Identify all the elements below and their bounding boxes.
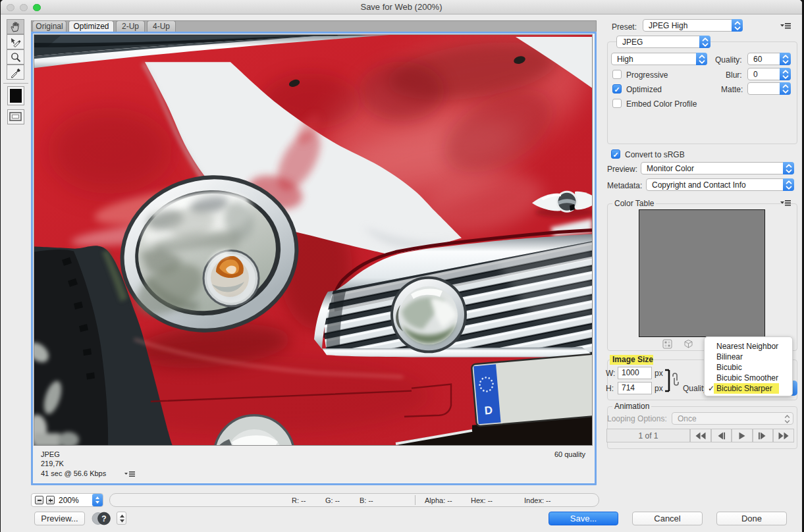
svg-text:?: ? xyxy=(101,514,106,523)
svg-text:D: D xyxy=(484,404,493,417)
